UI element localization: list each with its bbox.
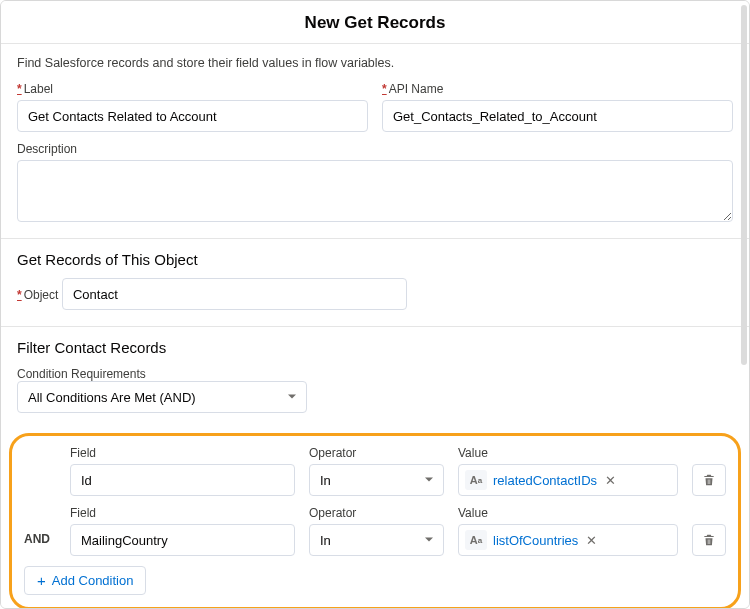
- add-condition-label: Add Condition: [52, 573, 134, 588]
- cond-req-select[interactable]: [17, 381, 307, 413]
- cond-val-input[interactable]: Aa relatedContactIDs ✕: [458, 464, 678, 496]
- and-label: [24, 486, 56, 496]
- text-type-icon: Aa: [465, 470, 487, 490]
- cond-field-input[interactable]: [70, 524, 295, 556]
- label-input[interactable]: [17, 100, 368, 132]
- condition-row: Field Operator Value Aa relatedContactID…: [24, 446, 726, 496]
- api-name-input[interactable]: [382, 100, 733, 132]
- modal-title: New Get Records: [1, 1, 749, 44]
- panel-filter: Filter Contact Records Condition Require…: [1, 327, 749, 429]
- cond-field-label: Field: [70, 506, 295, 520]
- text-type-icon: Aa: [465, 530, 487, 550]
- and-label: AND: [24, 532, 56, 556]
- plus-icon: +: [37, 573, 46, 588]
- cond-op-value[interactable]: [309, 464, 444, 496]
- cond-op-select[interactable]: [309, 464, 444, 496]
- helper-text: Find Salesforce records and store their …: [17, 56, 733, 70]
- panel-object: Get Records of This Object Object: [1, 239, 749, 327]
- cond-req-value[interactable]: [17, 381, 307, 413]
- object-label: Object: [17, 288, 58, 302]
- cond-val-pill: relatedContactIDs: [493, 473, 597, 488]
- trash-icon: [702, 473, 716, 487]
- delete-condition-button[interactable]: [692, 464, 726, 496]
- delete-condition-button[interactable]: [692, 524, 726, 556]
- conditions-highlight: Field Operator Value Aa relatedContactID…: [9, 433, 741, 608]
- cond-op-label: Operator: [309, 446, 444, 460]
- clear-icon[interactable]: ✕: [584, 533, 599, 548]
- cond-field-input[interactable]: [70, 464, 295, 496]
- description-label: Description: [17, 142, 733, 156]
- cond-req-label: Condition Requirements: [17, 367, 146, 381]
- scrollbar-thumb[interactable]: [741, 5, 747, 365]
- label-label: Label: [17, 82, 368, 96]
- modal-scroll[interactable]: New Get Records Find Salesforce records …: [1, 1, 749, 608]
- cond-val-label: Value: [458, 506, 678, 520]
- object-section-head: Get Records of This Object: [17, 251, 733, 268]
- cond-op-label: Operator: [309, 506, 444, 520]
- modal-frame: New Get Records Find Salesforce records …: [0, 0, 750, 609]
- add-condition-button[interactable]: + Add Condition: [24, 566, 146, 595]
- description-input[interactable]: [17, 160, 733, 222]
- condition-row: AND Field Operator Value Aa lis: [24, 506, 726, 556]
- cond-op-select[interactable]: [309, 524, 444, 556]
- object-input[interactable]: [62, 278, 407, 310]
- clear-icon[interactable]: ✕: [603, 473, 618, 488]
- api-name-label: API Name: [382, 82, 733, 96]
- cond-op-value[interactable]: [309, 524, 444, 556]
- panel-general: Find Salesforce records and store their …: [1, 44, 749, 239]
- cond-val-pill: listOfCountries: [493, 533, 578, 548]
- trash-icon: [702, 533, 716, 547]
- filter-section-head: Filter Contact Records: [17, 339, 733, 356]
- cond-field-label: Field: [70, 446, 295, 460]
- cond-val-label: Value: [458, 446, 678, 460]
- cond-val-input[interactable]: Aa listOfCountries ✕: [458, 524, 678, 556]
